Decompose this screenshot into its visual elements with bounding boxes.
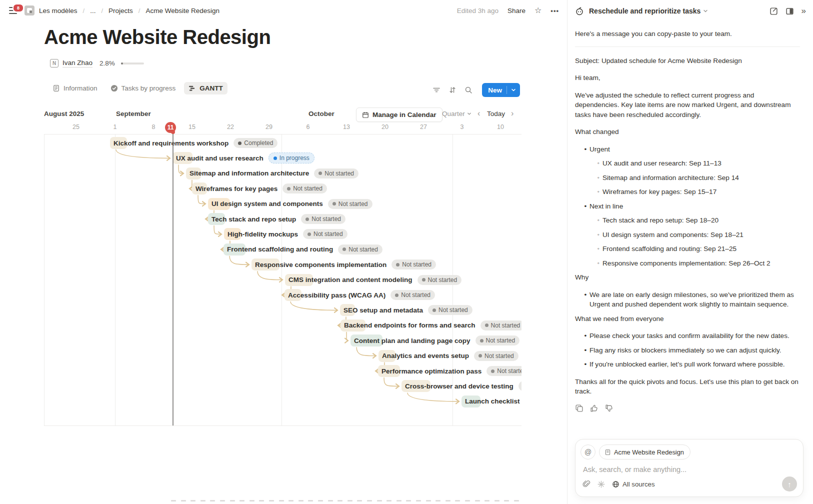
task-row[interactable]: Analytics and events setupNot started xyxy=(382,349,518,363)
tab-label: Tasks by progress xyxy=(122,84,176,92)
task-name: CMS integration and content modeling xyxy=(288,276,412,284)
status-badge: Not started xyxy=(392,260,436,270)
task-row[interactable]: Kickoff and requirements workshopComplet… xyxy=(114,136,278,150)
new-dropdown-chevron-icon[interactable] xyxy=(507,88,520,92)
gantt-icon xyxy=(188,84,196,92)
context-chip-label: Acme Website Redesign xyxy=(614,448,684,456)
task-row[interactable]: Launch checklist a xyxy=(465,394,522,408)
notification-badge: 8 xyxy=(12,4,24,12)
task-row[interactable]: Cross-browser and device testingNot star… xyxy=(405,379,522,393)
task-name: Cross-browser and device testing xyxy=(405,382,514,390)
calendar-icon xyxy=(362,112,369,118)
status-dot-icon xyxy=(422,278,426,282)
last-edited-label: Edited 3h ago xyxy=(457,7,498,14)
tab-gantt[interactable]: GANTT xyxy=(184,82,228,94)
view-tabs: Information Tasks by progress GANTT xyxy=(48,82,228,94)
task-row[interactable]: Responsive components implementationNot … xyxy=(255,258,436,272)
gantt-chart: Kickoff and requirements workshopComplet… xyxy=(0,130,522,426)
owner-mention[interactable]: Ivan Zhao xyxy=(62,59,92,68)
send-button[interactable]: ↑ xyxy=(782,476,797,492)
template-page-icon[interactable] xyxy=(24,6,34,16)
context-chip[interactable]: Acme Website Redesign xyxy=(599,444,690,460)
mention-button[interactable]: @ xyxy=(580,444,596,460)
status-dot-icon xyxy=(395,294,398,297)
prev-period-button[interactable]: ‹ xyxy=(478,109,480,118)
task-row[interactable]: Wireframes for key pagesNot started xyxy=(196,182,327,196)
date-tick: 25 xyxy=(69,124,83,130)
ai-thread-title[interactable]: Reschedule and reprioritize tasks xyxy=(589,7,708,15)
ai-bullet: •Flag any risks or blockers immediately … xyxy=(575,346,800,356)
next-period-button[interactable]: › xyxy=(511,109,514,118)
thumbs-up-icon[interactable] xyxy=(590,404,598,412)
document-icon xyxy=(604,449,611,456)
gridline xyxy=(44,134,44,426)
status-badge: Not started xyxy=(476,336,520,346)
gridline xyxy=(115,134,116,426)
more-options-icon[interactable]: ••• xyxy=(550,7,559,14)
status-dot-icon xyxy=(478,354,482,358)
collapse-panel-icon[interactable]: » xyxy=(802,6,806,16)
attachment-icon[interactable] xyxy=(582,480,590,488)
breadcrumb-item-current[interactable]: Acme Website Redesign xyxy=(146,7,220,14)
status-dot-icon xyxy=(480,339,484,342)
breadcrumb-item[interactable]: ... xyxy=(90,7,96,14)
all-sources-button[interactable]: All sources xyxy=(612,480,655,488)
favorite-star-icon[interactable]: ☆ xyxy=(534,6,542,14)
new-button[interactable]: New xyxy=(482,83,520,97)
breadcrumb-separator: / xyxy=(138,7,140,14)
status-badge: Not started xyxy=(314,168,358,178)
range-select[interactable]: Quarter xyxy=(442,110,472,118)
task-row[interactable]: CMS integration and content modelingNot … xyxy=(288,273,462,287)
chat-input[interactable]: Ask, search, or make anything... xyxy=(583,466,796,474)
task-row[interactable]: UX audit and user researchIn progress xyxy=(176,151,314,165)
date-tick: 20 xyxy=(378,124,392,130)
message-actions xyxy=(575,404,800,412)
breadcrumb-item[interactable]: Les modèles xyxy=(39,7,78,14)
sort-icon[interactable] xyxy=(448,86,457,94)
ai-bullet: •If you're unblocked earlier, let's pull… xyxy=(575,360,800,370)
search-icon[interactable] xyxy=(464,86,473,94)
today-button[interactable]: Today xyxy=(487,110,505,118)
task-row[interactable]: SEO setup and metadataNot started xyxy=(344,303,472,317)
date-tick: 15 xyxy=(185,124,199,130)
copy-icon[interactable] xyxy=(575,404,584,412)
ai-sub-bullet: ◦UI design system and components: Sep 18… xyxy=(575,230,800,240)
ai-sub-bullet: ◦UX audit and user research: Sep 11–13 xyxy=(575,158,800,168)
topbar: 8 Les modèles / ... / Projects / Acme We… xyxy=(0,0,567,21)
ai-intro: Here's a message you can copy-paste to y… xyxy=(575,29,800,39)
panel-layout-icon[interactable] xyxy=(786,6,794,16)
ai-section-heading: What we need from everyone xyxy=(575,314,800,324)
task-row[interactable]: Sitemap and information architectureNot … xyxy=(190,166,358,180)
manage-in-calendar-button[interactable]: Manage in Calendar xyxy=(356,108,442,122)
task-name: Analytics and events setup xyxy=(382,352,469,360)
chat-composer: @ Acme Website Redesign Ask, search, or … xyxy=(575,439,804,497)
thumbs-down-icon[interactable] xyxy=(605,404,614,412)
ai-model-icon[interactable] xyxy=(597,480,606,488)
share-button[interactable]: Share xyxy=(508,7,526,14)
status-badge: Not started xyxy=(301,214,346,224)
new-chat-icon[interactable] xyxy=(770,6,778,16)
sidebar-menu-icon[interactable]: 8 xyxy=(8,6,20,16)
task-row[interactable]: Backend endpoints for forms and searchNo… xyxy=(344,318,522,332)
filter-icon[interactable] xyxy=(432,86,441,94)
task-name: Frontend scaffolding and routing xyxy=(227,246,333,253)
task-row[interactable]: UI design system and componentsNot start… xyxy=(212,197,372,211)
task-row[interactable]: Accessibility pass (WCAG AA)Not started xyxy=(288,288,435,302)
status-dot-icon xyxy=(287,187,290,190)
ai-panel-header: Reschedule and reprioritize tasks » xyxy=(568,0,813,22)
status-badge: Not started xyxy=(282,184,327,194)
breadcrumb-item[interactable]: Projects xyxy=(108,7,133,14)
task-row[interactable]: Tech stack and repo setupNot started xyxy=(212,212,346,226)
task-name: UI design system and components xyxy=(212,200,323,208)
ai-sections: What changed•Urgent◦UX audit and user re… xyxy=(575,127,800,370)
ai-sub-bullet: ◦Sitemap and information architecture: S… xyxy=(575,173,800,183)
task-row[interactable]: Performance optimization passNot started xyxy=(382,364,522,378)
tab-tasks-by-progress[interactable]: Tasks by progress xyxy=(106,82,180,94)
tab-information[interactable]: Information xyxy=(48,82,102,94)
task-row[interactable]: Frontend scaffolding and routingNot star… xyxy=(227,242,382,256)
divider xyxy=(575,46,800,47)
task-row[interactable]: High-fidelity mockupsNot started xyxy=(228,227,348,241)
date-tick: 1 xyxy=(108,124,122,130)
task-name: High-fidelity mockups xyxy=(228,230,298,238)
task-row[interactable]: Content plan and landing page copyNot st… xyxy=(354,334,520,348)
